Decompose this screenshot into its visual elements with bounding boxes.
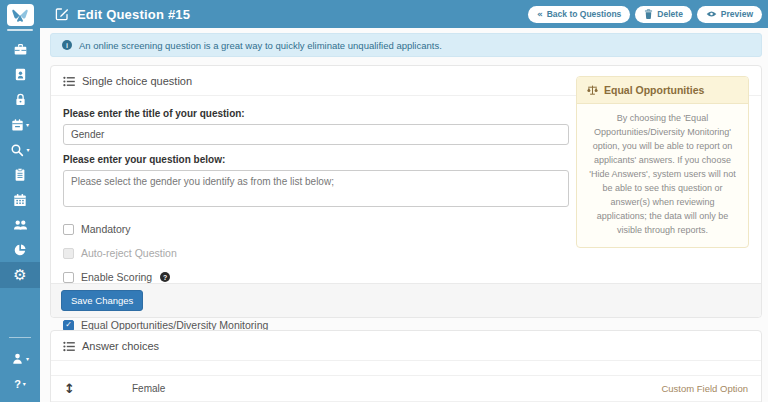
checkbox-enable-scoring[interactable]: Enable Scoring ? [63, 271, 569, 283]
answer-choices-heading: Answer choices [51, 331, 761, 361]
main-content: i An online screening question is a grea… [40, 28, 768, 402]
scales-icon [587, 85, 598, 96]
back-chevrons-icon: « [537, 9, 543, 19]
sidebar-divider [9, 337, 31, 338]
info-alert: i An online screening question is a grea… [50, 33, 762, 57]
answer-label: Female [132, 383, 165, 394]
users-icon[interactable] [0, 212, 40, 237]
eye-icon [706, 10, 717, 18]
sidebar: ▾ ▾ [0, 0, 40, 402]
equal-opportunities-infobox: Equal Opportunities By choosing the 'Equ… [576, 76, 749, 248]
question-title-input[interactable] [63, 124, 569, 145]
equal-opportunities-text: By choosing the 'Equal Opportunities/Div… [577, 104, 748, 247]
briefcase-icon[interactable] [0, 37, 40, 62]
app-logo[interactable] [7, 4, 34, 31]
question-text-input[interactable]: Please select the gender you identify as… [63, 170, 569, 207]
answer-choices-title: Answer choices [82, 340, 159, 352]
search-dropdown-icon[interactable]: ▾ [0, 137, 40, 162]
checkbox-box [63, 248, 74, 259]
answer-choices-panel: Answer choices ↕ Female Custom Field Opt… [50, 330, 762, 402]
list-icon [63, 76, 75, 87]
checkbox-auto-reject: Auto-reject Question [63, 247, 569, 259]
question-panel-footer: Save Changes [51, 283, 761, 317]
question-panel: Single choice question Please enter the … [50, 65, 762, 318]
id-card-icon[interactable] [0, 62, 40, 87]
help-dropdown-icon[interactable]: ? ▾ [0, 371, 40, 396]
calendar-dropdown-icon[interactable]: ▾ [0, 112, 40, 137]
chevron-down-icon: ▾ [26, 356, 29, 362]
page-title: Edit Question #15 [77, 7, 190, 22]
trash-icon [644, 9, 653, 19]
header-actions: « Back to Questions Delete Preview [528, 6, 762, 23]
equal-opportunities-header: Equal Opportunities [577, 77, 748, 104]
checkbox-box[interactable] [63, 320, 74, 331]
settings-cogs-icon[interactable]: ⚙ [0, 262, 40, 288]
drag-handle-icon[interactable]: ↕ [64, 381, 84, 396]
checkbox-box[interactable] [63, 224, 74, 235]
back-to-questions-button[interactable]: « Back to Questions [528, 6, 630, 23]
chevron-down-icon: ▾ [26, 122, 29, 128]
chevron-down-icon: ▾ [26, 147, 29, 153]
equal-opportunities-title: Equal Opportunities [604, 84, 704, 96]
question-title-label: Please enter the title of your question: [63, 108, 569, 119]
delete-button[interactable]: Delete [635, 6, 692, 23]
checkbox-mandatory[interactable]: Mandatory [63, 223, 569, 235]
logo-underline [7, 29, 33, 31]
page-header: Edit Question #15 « Back to Questions De… [40, 0, 768, 28]
custom-field-option-link[interactable]: Custom Field Option [661, 383, 748, 394]
lock-icon[interactable] [0, 87, 40, 112]
info-alert-text: An online screening question is a great … [79, 40, 442, 51]
save-changes-button[interactable]: Save Changes [61, 290, 143, 311]
checkbox-box[interactable] [63, 272, 74, 283]
user-dropdown-icon[interactable]: ▾ [0, 346, 40, 371]
answer-row: ↕ Female Custom Field Option [51, 375, 761, 401]
calendar-icon[interactable] [0, 187, 40, 212]
help-question-icon[interactable]: ? [160, 272, 170, 282]
info-icon: i [62, 40, 72, 50]
chevron-down-icon: ▾ [23, 381, 26, 387]
preview-button[interactable]: Preview [697, 6, 762, 23]
question-panel-title: Single choice question [82, 75, 192, 87]
pie-chart-icon[interactable] [0, 237, 40, 262]
list-icon [63, 341, 75, 352]
clipboard-icon[interactable] [0, 162, 40, 187]
question-text-label: Please enter your question below: [63, 154, 569, 165]
butterfly-logo-icon [7, 4, 34, 26]
edit-icon [55, 7, 69, 21]
